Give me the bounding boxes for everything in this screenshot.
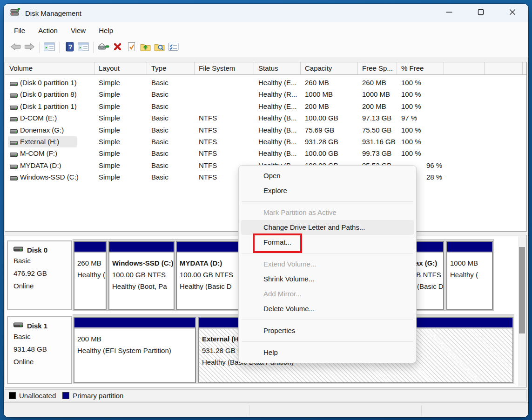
menu-action[interactable]: Action — [32, 25, 64, 36]
cell-capacity: 100.00 GB — [305, 114, 338, 122]
cell-pct-free: 100 % — [401, 138, 421, 146]
folder-up-icon — [140, 42, 151, 53]
cell-free: 931.16 GB — [362, 138, 396, 146]
column-header-layout[interactable]: Layout — [94, 62, 147, 74]
cell-pct-free: 28 % — [426, 173, 442, 181]
menu-item-open[interactable]: Open — [241, 168, 414, 183]
column-header-capacity[interactable]: Capacity — [301, 62, 358, 74]
column-header-volume[interactable]: Volume — [5, 62, 94, 74]
menu-item-explore[interactable]: Explore — [241, 183, 414, 198]
menu-item-extend-volume: Extend Volume... — [241, 257, 414, 272]
disk-size: 931.48 GB — [13, 343, 71, 355]
menu-help[interactable]: Help — [92, 25, 120, 36]
menu-separator — [242, 253, 413, 253]
partition-windows-ssd-c-[interactable]: Windows-SSD (C:)100.00 GB NTFSHealthy (B… — [108, 241, 175, 310]
statusbar-divider — [421, 405, 422, 415]
window-title: Disk Management — [25, 9, 81, 17]
close-icon — [509, 8, 516, 18]
cell-layout: Simple — [99, 138, 120, 146]
cell-capacity: 1000 MB — [305, 90, 333, 98]
close-button[interactable] — [497, 4, 528, 22]
volume-row-m-com-f-[interactable]: M-COM (F:)SimpleBasicNTFSHealthy (B...10… — [5, 148, 526, 160]
cell-type: Basic — [151, 114, 168, 122]
partition-size: 100.00 GB NTFS — [112, 269, 174, 280]
column-header-type[interactable]: Type — [147, 62, 195, 74]
menu-item-change-drive-letter-and-paths[interactable]: Change Drive Letter and Paths... — [241, 220, 414, 235]
menu-item-help[interactable]: Help — [241, 345, 414, 360]
vertical-scrollbar[interactable] — [518, 236, 526, 387]
cell-layout: Simple — [99, 173, 120, 181]
toolbar-button-folder-up-icon[interactable] — [138, 41, 152, 54]
menu-separator — [242, 201, 413, 202]
menu-item-delete-volume[interactable]: Delete Volume... — [241, 301, 414, 316]
volume-row--disk-1-partition-1-[interactable]: (Disk 1 partition 1)SimpleBasicHealthy (… — [5, 101, 526, 113]
toolbar-button-task-list-icon[interactable] — [166, 41, 180, 54]
disk-label-disk-1[interactable]: Disk 1Basic931.48 GBOnline — [7, 316, 72, 384]
cell-layout: Simple — [99, 149, 120, 157]
partition-mydata-d-[interactable]: MYDATA (D:)100.00 GB NTFSHealthy (Basic … — [176, 241, 242, 310]
volume-row-d-com-e-[interactable]: D-COM (E:)SimpleBasicNTFSHealthy (B...10… — [5, 113, 526, 124]
cell-capacity: 931.28 GB — [305, 138, 338, 146]
partition-name: MYDATA (D:) — [180, 257, 242, 269]
toolbar-button-detail-pane-icon[interactable] — [76, 41, 90, 54]
drive-icon — [10, 175, 18, 183]
cell-type: Basic — [151, 79, 168, 87]
cell-pct-free: 100 % — [401, 90, 421, 98]
scrollbar-thumb[interactable] — [519, 247, 525, 333]
toolbar-button-rescan-disks-icon[interactable] — [96, 41, 110, 54]
drive-icon — [10, 151, 18, 159]
drive-icon — [10, 163, 18, 171]
menu-file[interactable]: File — [7, 25, 32, 36]
cell-layout: Simple — [99, 79, 120, 87]
status-bar — [4, 402, 528, 417]
partition-type-bar — [109, 242, 174, 252]
toolbar-button-forward-arrow-icon[interactable] — [22, 41, 36, 54]
maximize-button[interactable] — [465, 4, 497, 22]
toolbar-button-delete-red-x-icon[interactable] — [110, 41, 124, 54]
partition-status: Healthy (EFI System Partition) — [77, 345, 195, 356]
toolbar-button-back-arrow-icon[interactable] — [8, 41, 22, 54]
partition[interactable]: 260 MBHealthy (E — [74, 241, 107, 310]
cell-pct-free: 97 % — [401, 114, 417, 122]
app-icon — [10, 7, 20, 19]
partition-size: 100.00 GB NTFS — [180, 269, 242, 280]
cell-fs: NTFS — [199, 149, 217, 157]
console-tree-icon — [44, 42, 55, 53]
volume-row--disk-0-partition-8-[interactable]: (Disk 0 partition 8)SimpleBasicHealthy (… — [5, 89, 526, 100]
menu-item-properties[interactable]: Properties — [241, 323, 414, 338]
disk-label-disk-0[interactable]: Disk 0Basic476.92 GBOnline — [7, 240, 72, 310]
task-list-icon — [168, 42, 179, 53]
toolbar-button-validate-page-icon[interactable] — [124, 41, 138, 54]
cell-pct-free: 100 % — [401, 102, 421, 110]
column-header-stub[interactable] — [444, 62, 485, 74]
menu-item-add-mirror: Add Mirror... — [241, 287, 414, 301]
cell-fs: NTFS — [199, 138, 217, 146]
disk-icon — [13, 322, 23, 330]
volume-row--disk-0-partition-1-[interactable]: (Disk 0 partition 1)SimpleBasicHealthy (… — [5, 77, 526, 89]
cell-status: Healthy (E... — [258, 79, 297, 87]
menu-item-shrink-volume[interactable]: Shrink Volume... — [241, 272, 414, 287]
partition-size: 200 MB — [77, 333, 195, 345]
toolbar-button-folder-search-icon[interactable] — [152, 41, 166, 54]
volume-row-external-h-[interactable]: External (H:)SimpleBasicNTFSHealthy (B..… — [5, 136, 526, 148]
column-header-status[interactable]: Status — [254, 62, 301, 74]
menu-item-format[interactable]: Format... — [241, 235, 414, 250]
column-header-file-system[interactable]: File System — [195, 62, 254, 74]
partition-body: Windows-SSD (C:)100.00 GB NTFSHealthy (B… — [109, 252, 174, 309]
partition[interactable]: 200 MBHealthy (EFI System Partition) — [74, 317, 196, 383]
column-header-free-sp-[interactable]: Free Sp... — [358, 62, 397, 74]
minimize-button[interactable] — [433, 4, 465, 22]
column-header--free[interactable]: % Free — [397, 62, 444, 74]
volume-name: M-COM (F:) — [20, 149, 57, 157]
partition-body: 260 MBHealthy (E — [74, 252, 106, 309]
legend-item: Unallocated — [9, 392, 56, 400]
cell-type: Basic — [151, 161, 168, 169]
menu-separator — [242, 341, 413, 342]
column-header-stub[interactable] — [485, 62, 523, 74]
partition[interactable]: 1000 MBHealthy ( — [446, 241, 493, 310]
cell-pct-free: 96 % — [426, 161, 442, 169]
menu-view[interactable]: View — [64, 25, 92, 36]
toolbar-button-console-tree-icon[interactable] — [42, 41, 56, 54]
volume-row-donemax-g-[interactable]: Donemax (G:)SimpleBasicNTFSHealthy (B...… — [5, 125, 526, 136]
toolbar-button-help-book-icon[interactable]: ? — [62, 41, 76, 54]
